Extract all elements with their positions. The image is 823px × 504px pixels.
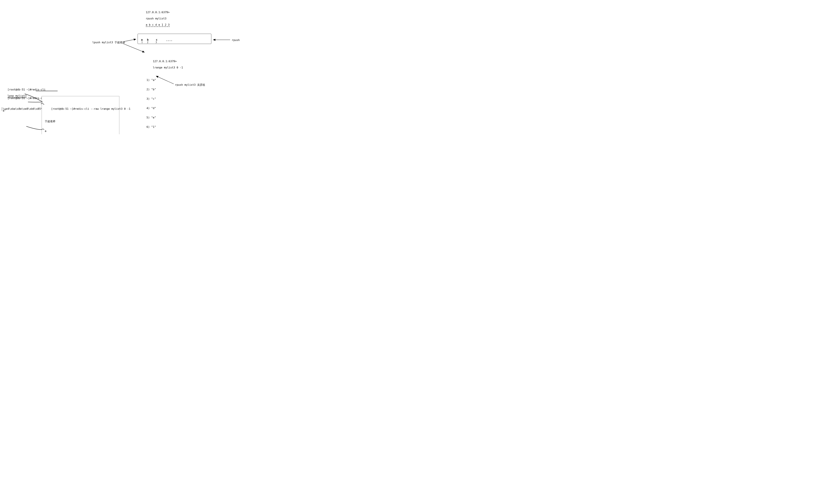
- lrange-r4: 5) "e": [147, 116, 183, 119]
- raw-command: redis-cli --raw lrange mylist3 0 -1: [75, 107, 130, 110]
- lrange-command: lrange mylist3 0 -1: [153, 66, 183, 69]
- rpush-command: rpush mylist3: [146, 17, 166, 20]
- raw-prompt: [root@db-51 ~]#: [51, 107, 75, 110]
- rpush-args: a b c d e 1 2 3: [146, 23, 170, 27]
- lrange-r0: 1) "a": [147, 78, 183, 81]
- lpop2-underline: [36, 91, 57, 91]
- svg-line-1: [124, 39, 136, 41]
- idx-3: 3: [156, 41, 157, 44]
- lrange-block: 127.0.0.1:6379> lrange mylist3 0 -1 1) "…: [147, 50, 183, 134]
- raw-output-box: [root@db-51 ~]#redis-cli --raw lrange my…: [42, 96, 119, 134]
- svg-line-3: [123, 43, 145, 52]
- lpush-label: lpush mylist3 于超老师: [92, 41, 125, 44]
- cell-dots: ....: [166, 38, 172, 42]
- rpush-prompt: 127.0.0.1:6379>: [146, 11, 170, 14]
- lrange-r3: 4) "d": [147, 106, 183, 110]
- raw-line-0: 于超老师: [45, 120, 116, 123]
- rpush-append-label: rpush mylist3 吴彦祖: [175, 83, 205, 87]
- rpush-right-label: rpush: [232, 38, 240, 42]
- lrange-r1: 2) "b": [147, 88, 183, 91]
- idx-2: 2: [147, 41, 148, 44]
- list-diagram-box: a b c .... 1 2 3: [138, 34, 211, 44]
- idx-1: 1: [141, 41, 143, 44]
- lpop2-prompt: [root@db-51 ~]#: [8, 96, 31, 100]
- lrange-r5: 6) "1": [147, 125, 183, 129]
- lrange-r2: 3) "c": [147, 97, 183, 100]
- raw-line-1: a: [45, 130, 116, 133]
- lrange-prompt: 127.0.0.1:6379>: [153, 60, 177, 63]
